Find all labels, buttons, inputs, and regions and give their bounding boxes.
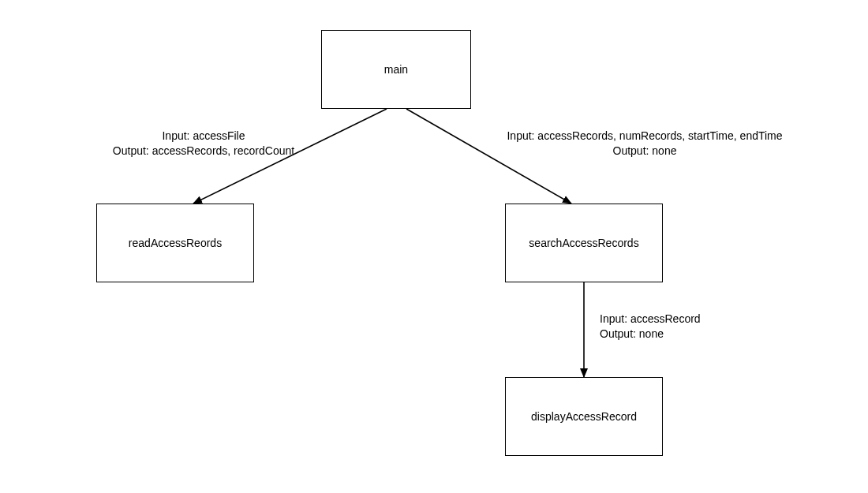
node-display-access-record: displayAccessRecord <box>505 377 663 456</box>
edge-label-main-to-read: Input: accessFile Output: accessRecords,… <box>93 129 314 159</box>
node-search-access-records-label: searchAccessRecords <box>529 237 638 249</box>
edge-label-search-to-display: Input: accessRecord Output: none <box>600 312 758 342</box>
edge-main-to-read-input: Input: accessFile <box>93 129 314 144</box>
node-read-access-records-label: readAccessReords <box>129 237 222 249</box>
edge-main-to-search-input: Input: accessRecords, numRecords, startT… <box>495 129 795 144</box>
edge-main-to-search-output: Output: none <box>495 144 795 159</box>
edge-search-to-display-input: Input: accessRecord <box>600 312 758 327</box>
edge-label-main-to-search: Input: accessRecords, numRecords, startT… <box>495 129 795 159</box>
node-display-access-record-label: displayAccessRecord <box>531 410 637 423</box>
node-search-access-records: searchAccessRecords <box>505 204 663 282</box>
node-main-label: main <box>384 63 408 76</box>
node-read-access-records: readAccessReords <box>96 204 254 282</box>
edge-main-to-read-output: Output: accessRecords, recordCount <box>93 144 314 159</box>
edge-search-to-display-output: Output: none <box>600 327 758 342</box>
node-main: main <box>321 30 471 109</box>
